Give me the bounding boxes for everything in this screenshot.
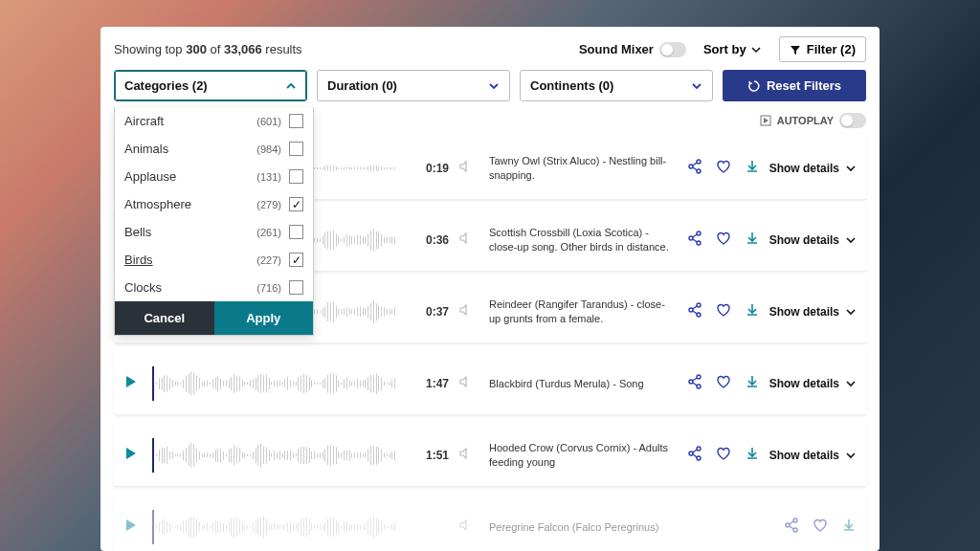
svg-point-10: [697, 375, 701, 379]
category-count: (261): [256, 227, 281, 238]
category-item[interactable]: Birds(227): [115, 246, 313, 274]
mixer-add-icon[interactable]: [458, 160, 472, 177]
svg-point-4: [697, 231, 701, 235]
show-details-button[interactable]: Show details: [769, 233, 857, 247]
checkbox-icon[interactable]: [289, 253, 303, 267]
sound-mixer-toggle[interactable]: Sound Mixer: [579, 42, 686, 57]
download-icon[interactable]: [745, 159, 760, 178]
chevron-down-icon: [845, 234, 857, 246]
show-details-button[interactable]: Show details: [769, 449, 857, 462]
sound-description: Tawny Owl (Strix Aluco) - Nestling bill-…: [481, 154, 678, 183]
show-details-button[interactable]: Show details: [769, 305, 857, 319]
sort-by-button[interactable]: Sort by: [703, 42, 762, 56]
share-icon[interactable]: [687, 374, 702, 393]
play-button[interactable]: [123, 446, 143, 465]
filter-label: Filter (2): [807, 42, 856, 56]
chevron-down-icon: [488, 80, 500, 92]
sound-mixer-label: Sound Mixer: [579, 42, 654, 56]
checkbox-icon[interactable]: [289, 225, 303, 239]
reset-filters-button[interactable]: Reset Filters: [723, 70, 866, 101]
download-icon[interactable]: [745, 446, 760, 465]
svg-point-14: [689, 452, 693, 455]
mixer-add-icon[interactable]: [458, 447, 472, 464]
toggle-icon[interactable]: [659, 42, 686, 57]
show-details-button[interactable]: Show details: [769, 162, 857, 175]
filter-button[interactable]: Filter (2): [779, 36, 866, 62]
checkbox-icon[interactable]: [289, 197, 303, 211]
svg-point-13: [697, 447, 701, 451]
continents-filter-label: Continents (0): [530, 78, 613, 93]
heart-icon[interactable]: [716, 374, 731, 393]
categories-dropdown: Aircraft(601)Animals(984)Applause(131)At…: [114, 107, 314, 336]
apply-button[interactable]: Apply: [214, 301, 314, 335]
svg-point-15: [697, 456, 701, 460]
waveform[interactable]: [152, 510, 401, 544]
category-count: (984): [256, 143, 281, 155]
sound-description: Reindeer (Rangifer Tarandus) - close-up …: [481, 298, 678, 326]
checkbox-icon[interactable]: [289, 280, 303, 295]
play-button[interactable]: [123, 518, 143, 537]
autoplay-label: AUTOPLAY: [777, 115, 834, 126]
row-actions: [687, 446, 760, 465]
heart-icon[interactable]: [716, 302, 731, 321]
show-details-label: Show details: [769, 233, 839, 247]
share-icon[interactable]: [687, 302, 702, 321]
download-icon[interactable]: [841, 518, 857, 537]
sound-description: Scottish Crossbill (Loxia Scotica) - clo…: [481, 226, 678, 254]
download-icon[interactable]: [745, 302, 760, 321]
svg-point-11: [689, 380, 693, 384]
chevron-down-icon: [750, 44, 762, 55]
share-icon[interactable]: [687, 159, 702, 178]
duration-filter-label: Duration (0): [327, 78, 397, 93]
category-count: (279): [256, 199, 281, 210]
play-button[interactable]: [123, 374, 143, 393]
duration-filter[interactable]: Duration (0): [317, 70, 510, 101]
show-details-button[interactable]: Show details: [769, 377, 857, 390]
share-icon[interactable]: [687, 446, 702, 465]
category-item[interactable]: Applause(131): [115, 163, 313, 190]
sound-description: Blackbird (Turdus Merula) - Song: [481, 377, 678, 391]
row-actions: [687, 302, 760, 321]
mixer-add-icon[interactable]: [458, 375, 472, 392]
row-actions: [687, 159, 760, 178]
autoplay-toggle[interactable]: [839, 113, 866, 128]
category-name: Clocks: [124, 280, 256, 295]
cancel-button[interactable]: Cancel: [115, 301, 214, 335]
svg-point-5: [689, 236, 693, 240]
showing-mid: of: [207, 42, 224, 56]
mixer-add-icon[interactable]: [458, 231, 472, 249]
filters-row: Categories (2) Duration (0) Continents (…: [100, 70, 880, 111]
waveform[interactable]: [152, 366, 401, 401]
heart-icon[interactable]: [716, 446, 731, 465]
continents-filter[interactable]: Continents (0): [520, 70, 713, 101]
mixer-add-icon[interactable]: [458, 518, 472, 536]
checkbox-icon[interactable]: [289, 169, 303, 184]
download-icon[interactable]: [745, 374, 760, 393]
category-item[interactable]: Aircraft(601): [115, 107, 313, 135]
share-icon[interactable]: [784, 518, 799, 537]
chevron-up-icon: [285, 80, 297, 92]
show-details-label: Show details: [769, 449, 839, 462]
category-item[interactable]: Bells(261): [115, 218, 313, 246]
checkbox-icon[interactable]: [289, 142, 303, 156]
category-item[interactable]: Clocks(716): [115, 274, 313, 301]
category-item[interactable]: Animals(984): [115, 135, 313, 163]
sound-row: 1:51Hooded Crow (Corvus Cornix) - Adults…: [114, 425, 866, 487]
chevron-down-icon: [845, 378, 857, 389]
checkbox-icon[interactable]: [289, 114, 303, 128]
showing-suffix: results: [262, 42, 302, 56]
category-name: Bells: [124, 225, 256, 239]
categories-filter[interactable]: Categories (2): [114, 70, 307, 101]
heart-icon[interactable]: [716, 159, 731, 178]
show-details-label: Show details: [769, 162, 839, 175]
category-count: (227): [256, 254, 281, 266]
share-icon[interactable]: [687, 231, 702, 250]
download-icon[interactable]: [745, 231, 760, 250]
heart-icon[interactable]: [716, 231, 731, 250]
showing-total: 33,066: [224, 42, 262, 56]
category-name: Aircraft: [124, 114, 256, 128]
waveform[interactable]: [152, 438, 401, 473]
mixer-add-icon[interactable]: [458, 303, 472, 320]
heart-icon[interactable]: [813, 518, 828, 537]
category-item[interactable]: Atmosphere(279): [115, 190, 313, 218]
